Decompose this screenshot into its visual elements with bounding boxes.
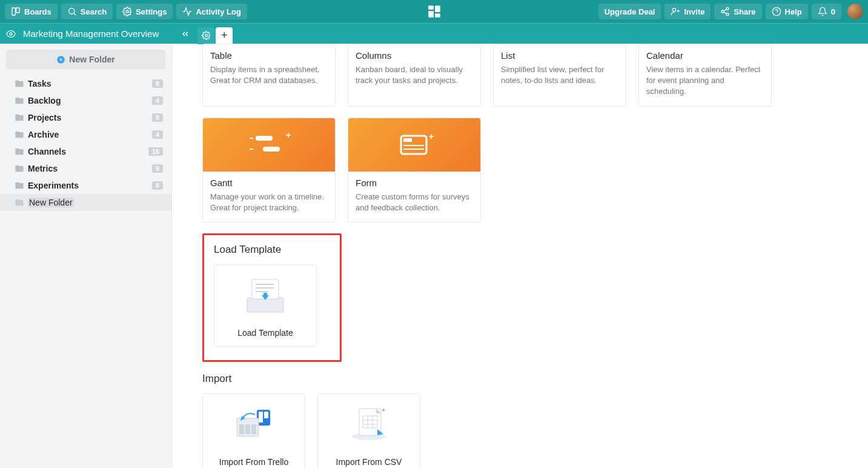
sidebar-item-metrics[interactable]: Metrics9	[0, 160, 171, 177]
section-title-import: Import	[202, 373, 856, 385]
new-folder-editing-text[interactable]: New Folder	[28, 198, 74, 207]
svg-rect-0	[12, 8, 15, 15]
view-card-calendar[interactable]: Calendar View items in a calendar. Perfe…	[638, 44, 772, 107]
sidebar: New Folder Tasks8Backlog4Projects8Archiv…	[0, 44, 172, 468]
upgrade-button[interactable]: Upgrade Deal	[598, 4, 661, 19]
svg-rect-1	[16, 8, 19, 13]
svg-point-9	[673, 8, 676, 12]
view-desc: Create custom forms for surveys and feed…	[356, 192, 473, 213]
boards-label: Boards	[24, 7, 51, 16]
load-template-card-label: Load Template	[237, 328, 293, 338]
upgrade-label: Upgrade Deal	[605, 7, 655, 16]
sidebar-item-label: Experiments	[28, 181, 79, 190]
sidebar-item-label: Projects	[28, 113, 61, 122]
new-folder-button[interactable]: New Folder	[6, 50, 165, 69]
svg-point-4	[126, 10, 128, 13]
sidebar-item-backlog[interactable]: Backlog4	[0, 92, 171, 109]
load-template-thumb	[214, 265, 316, 322]
help-icon	[772, 7, 781, 16]
view-title: Columns	[356, 50, 473, 61]
import-csv-label: Import From CSV	[318, 451, 420, 468]
avatar[interactable]	[847, 4, 863, 19]
views-row-2: + Gantt Manage your work on a timeline. …	[202, 118, 856, 222]
settings-button[interactable]: Settings	[116, 4, 173, 19]
activity-icon	[182, 7, 192, 16]
sidebar-item-count: 9	[152, 164, 163, 173]
sidebar-item-count: 4	[152, 96, 163, 105]
views-row-1: Table Display items in a spreadsheet. Gr…	[202, 44, 856, 107]
plus-circle-icon	[56, 55, 65, 64]
view-desc: Simplified list view, perfect for notes,…	[501, 64, 618, 86]
folder-icon	[15, 181, 24, 190]
sidebar-item-projects[interactable]: Projects8	[0, 109, 171, 126]
folder-icon	[15, 130, 24, 139]
view-card-form[interactable]: + Form Create custom forms for surveys a…	[348, 118, 481, 222]
share-button[interactable]: Share	[714, 4, 761, 19]
search-button[interactable]: Search	[61, 4, 113, 19]
view-desc: View items in a calendar. Perfect for ev…	[646, 64, 764, 98]
svg-rect-43	[264, 412, 268, 418]
import-section: Import	[202, 373, 856, 468]
view-title: Table	[210, 50, 328, 61]
svg-rect-40	[263, 293, 267, 298]
main-content: Table Display items in a spreadsheet. Gr…	[172, 44, 868, 468]
invite-icon	[671, 7, 680, 16]
collapse-sidebar-button[interactable]	[177, 25, 194, 42]
subbar: Marketing Management Overview +	[0, 23, 868, 44]
folder-icon	[15, 96, 24, 105]
svg-text:+: +	[429, 132, 434, 141]
sidebar-item-new-folder-editing[interactable]: New Folder	[0, 194, 171, 211]
svg-line-3	[74, 13, 76, 15]
activity-log-button[interactable]: Activity Log	[176, 4, 247, 19]
notifications-button[interactable]: 0	[812, 4, 841, 19]
new-tab-button[interactable]: +	[216, 27, 233, 44]
view-desc: Manage your work on a timeline. Great fo…	[210, 192, 328, 213]
gantt-thumb: +	[203, 118, 335, 172]
view-card-columns[interactable]: Columns Kanban board, ideal to visually …	[348, 44, 481, 107]
boards-icon	[11, 7, 21, 16]
help-button[interactable]: Help	[766, 4, 808, 19]
settings-label: Settings	[136, 7, 167, 16]
invite-label: Invite	[684, 7, 704, 16]
import-trello-card[interactable]: Import From Trello	[202, 393, 305, 468]
sidebar-item-archive[interactable]: Archive4	[0, 126, 171, 143]
activity-label: Activity Log	[196, 7, 240, 16]
invite-button[interactable]: Invite	[664, 4, 711, 19]
load-template-card[interactable]: Load Template	[214, 264, 317, 347]
import-csv-thumb: ✦	[318, 394, 420, 451]
tab-settings-button[interactable]	[197, 27, 214, 44]
sidebar-item-label: Metrics	[28, 164, 58, 173]
svg-point-19	[10, 33, 12, 35]
import-csv-card[interactable]: ✦ Import From CSV	[317, 393, 420, 468]
section-title-load-template: Load Template	[214, 244, 330, 256]
view-title: Calendar	[646, 50, 764, 61]
import-trello-label: Import From Trello	[203, 451, 305, 468]
view-card-gantt[interactable]: + Gantt Manage your work on a timeline. …	[202, 118, 336, 222]
folder-icon	[15, 147, 24, 156]
topbar: Boards Search Settings Activity Log Upgr…	[0, 0, 868, 23]
svg-point-20	[205, 35, 207, 37]
view-card-table[interactable]: Table Display items in a spreadsheet. Gr…	[202, 44, 336, 107]
help-label: Help	[785, 7, 802, 16]
share-icon	[720, 7, 730, 16]
sidebar-item-count: 16	[148, 147, 163, 156]
visibility-icon	[6, 29, 16, 39]
sidebar-item-channels[interactable]: Channels16	[0, 143, 171, 160]
bell-icon	[818, 7, 827, 16]
svg-point-14	[726, 13, 729, 16]
form-thumb: +	[348, 118, 480, 172]
sidebar-item-label: Tasks	[28, 79, 51, 89]
sidebar-item-experiments[interactable]: Experiments8	[0, 177, 171, 194]
sidebar-item-count: 8	[152, 79, 163, 88]
svg-rect-24	[256, 136, 273, 141]
sidebar-item-tasks[interactable]: Tasks8	[0, 75, 171, 92]
folder-icon	[15, 113, 24, 122]
share-label: Share	[734, 7, 755, 16]
view-title: List	[501, 50, 618, 61]
boards-button[interactable]: Boards	[5, 4, 58, 19]
view-card-list[interactable]: List Simplified list view, perfect for n…	[493, 44, 626, 107]
svg-text:+: +	[286, 130, 291, 140]
svg-line-16	[724, 12, 727, 14]
svg-rect-6	[435, 5, 440, 12]
gear-icon	[122, 7, 132, 16]
